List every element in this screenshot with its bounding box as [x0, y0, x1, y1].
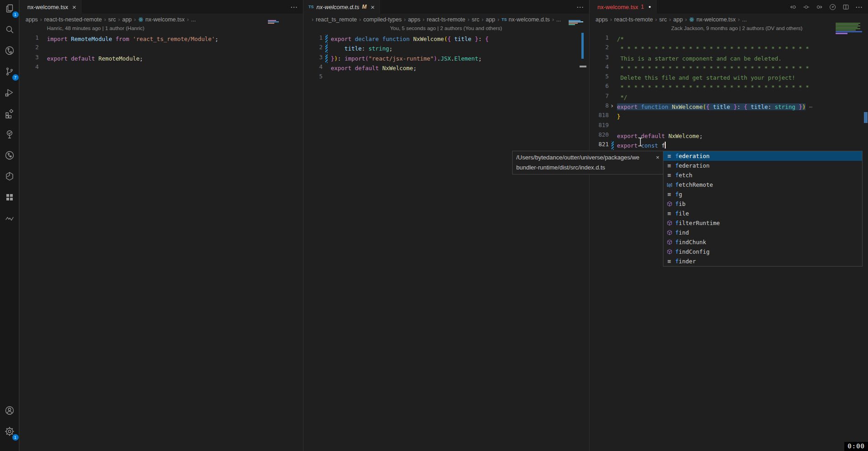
suggestion-federation[interactable]: ≡federation: [663, 161, 862, 170]
minimap[interactable]: [268, 20, 279, 24]
symbol-module-icon: [665, 248, 673, 255]
activity-item-testing-tree[interactable]: [4, 129, 15, 141]
tree-icon: [4, 129, 15, 142]
codelens-blame[interactable]: You, 5 seconds ago | 2 authors (You and …: [390, 26, 502, 34]
text-caret: [665, 142, 666, 149]
breadcrumb-item[interactable]: react_ts_remote: [316, 16, 357, 23]
code-line-5: 5: [303, 73, 589, 82]
suggestion-findConfig[interactable]: findConfig: [663, 247, 862, 256]
more-actions-icon[interactable]: ⋯: [855, 3, 863, 11]
suggestion-fetch[interactable]: ≡fetch: [663, 170, 862, 180]
breadcrumb-item[interactable]: src: [472, 16, 479, 23]
breadcrumb-item[interactable]: apps: [26, 16, 38, 23]
line-number: 2: [303, 44, 323, 51]
breadcrumb-label: apps: [408, 16, 420, 23]
suggestion-file[interactable]: ≡file: [663, 209, 862, 218]
suggestion-fib[interactable]: fib: [663, 199, 862, 209]
activity-item-extensions[interactable]: [4, 108, 15, 120]
suggestion-fetchRemote[interactable]: [@]fetchRemote: [663, 180, 862, 190]
tab-title: nx-welcome.tsx: [27, 4, 68, 10]
breadcrumb-item[interactable]: ...: [742, 16, 747, 23]
line-number: 6: [590, 82, 609, 89]
code-lines: 1export declare function NxWelcome({ tit…: [303, 34, 589, 82]
line-number: 1: [20, 34, 39, 41]
line-number: 4: [20, 63, 39, 70]
chevron-right-icon: ›: [467, 16, 469, 23]
suggestion-findChunk[interactable]: findChunk: [663, 237, 862, 247]
breadcrumb-item[interactable]: react-ts-remote: [614, 16, 653, 23]
activity-item-search[interactable]: [4, 25, 15, 36]
breadcrumb-item[interactable]: apps: [408, 16, 420, 23]
activity-item-commit-graph[interactable]: [4, 150, 15, 162]
more-actions-icon[interactable]: ⋯: [576, 3, 584, 11]
minimap[interactable]: [569, 20, 583, 25]
code-editor[interactable]: You, 5 seconds ago | 2 authors (You and …: [303, 26, 589, 451]
chevron-right-icon: ›: [552, 16, 554, 23]
breadcrumb-label: nx-welcome.tsx: [145, 16, 185, 23]
next-change-icon[interactable]: [816, 3, 823, 11]
suggestion-find[interactable]: find: [663, 228, 862, 237]
close-tab-icon[interactable]: ×: [370, 4, 375, 10]
breadcrumb-item[interactable]: app: [673, 16, 683, 23]
suggestion-label: federation: [675, 153, 709, 159]
symbol-module-icon: [665, 220, 673, 226]
suggestion-label: find: [675, 229, 689, 236]
activity-item-hexagon-extension[interactable]: [4, 171, 15, 183]
code-line-4: 4: [20, 63, 303, 73]
split-editor-icon[interactable]: [842, 3, 850, 11]
breadcrumb-item[interactable]: nx-welcome.tsx: [138, 16, 185, 23]
open-changes-icon[interactable]: [802, 3, 810, 11]
run-debug-icon: [4, 87, 15, 100]
activity-item-grid-extension[interactable]: [4, 192, 15, 204]
codelens-blame[interactable]: Zack Jackson, 9 months ago | 2 authors (…: [671, 26, 802, 34]
close-tab-icon[interactable]: ×: [72, 4, 77, 10]
more-actions-icon[interactable]: ⋯: [290, 3, 298, 11]
activity-item-run-debug[interactable]: [4, 87, 15, 99]
activity-item-gitlens[interactable]: [4, 46, 15, 57]
activity-item-accounts[interactable]: [4, 405, 15, 417]
history-icon[interactable]: [829, 3, 837, 11]
breadcrumb-label: apps: [26, 16, 38, 23]
breadcrumb-item[interactable]: apps: [596, 16, 608, 23]
dirty-indicator-icon[interactable]: ●: [648, 5, 651, 9]
breadcrumb-item[interactable]: src: [108, 16, 116, 23]
activity-item-explorer[interactable]: 1: [4, 4, 15, 15]
code-editor[interactable]: Hanric, 48 minutes ago | 1 author (Hanri…: [20, 26, 303, 451]
breadcrumb-item[interactable]: app: [486, 16, 495, 23]
suggestion-label: file: [675, 210, 689, 217]
account-icon: [4, 405, 15, 418]
activity-badge: 1: [12, 11, 19, 18]
chevron-right-icon: ›: [312, 16, 313, 23]
suggestion-fg[interactable]: ≡fg: [663, 190, 862, 199]
activity-item-settings[interactable]: 1: [4, 426, 15, 438]
fold-chevron-icon[interactable]: ›: [610, 102, 614, 109]
breadcrumb-item[interactable]: react-ts-nested-remote: [44, 16, 102, 23]
breadcrumb-item[interactable]: app: [122, 16, 132, 23]
breadcrumb-item[interactable]: compiled-types: [363, 16, 401, 23]
breadcrumb-item[interactable]: ...: [191, 16, 195, 23]
suggestion-filterRuntime[interactable]: filterRuntime: [663, 218, 862, 228]
breadcrumb-label: ...: [191, 16, 195, 23]
symbol-module-icon: [665, 239, 673, 246]
breadcrumb-item[interactable]: nx-welcome.tsx: [689, 16, 735, 23]
activity-item-waves-extension[interactable]: [4, 213, 15, 225]
breadcrumb: ›react_ts_remote›compiled-types›apps›rea…: [303, 14, 589, 26]
breadcrumb-item[interactable]: src: [659, 16, 667, 23]
close-icon[interactable]: ×: [656, 153, 659, 163]
tab-nx-welcome.d.ts[interactable]: TSnx-welcome.d.tsM×: [303, 0, 380, 14]
suggestion-federation[interactable]: ≡federation: [663, 151, 862, 161]
breadcrumb-item[interactable]: react-ts-remote: [427, 16, 466, 23]
prev-change-icon[interactable]: [789, 3, 797, 11]
minimap[interactable]: [836, 23, 862, 34]
squiggle-icon: [4, 213, 15, 226]
suggestion-finder[interactable]: ≡finder: [663, 256, 862, 266]
tab-nx-welcome.tsx[interactable]: nx-welcome.tsx1●: [590, 0, 657, 14]
codelens-blame[interactable]: Hanric, 48 minutes ago | 1 author (Hanri…: [47, 26, 144, 34]
activity-item-source-control[interactable]: 7: [4, 67, 15, 78]
scrollbar-thumb[interactable]: [864, 112, 868, 123]
tab-nx-welcome.tsx[interactable]: nx-welcome.tsx×: [20, 0, 82, 14]
breadcrumb-item[interactable]: TSnx-welcome.d.ts: [502, 16, 550, 23]
search-icon: [4, 24, 15, 37]
line-number: 4: [590, 63, 609, 70]
breadcrumb-item[interactable]: ...: [556, 16, 561, 23]
